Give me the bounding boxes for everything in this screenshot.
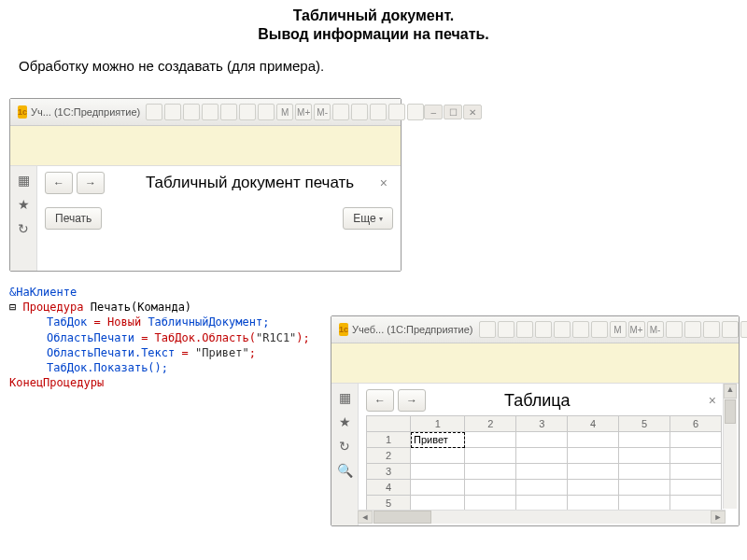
spreadsheet-grid[interactable]: 1234561Привет2345	[366, 415, 722, 511]
cell[interactable]	[670, 432, 722, 448]
cell[interactable]	[568, 464, 619, 480]
toolbar-area	[10, 126, 401, 166]
history-icon[interactable]: ↻	[336, 438, 353, 455]
toolbar-icon[interactable]	[572, 321, 589, 338]
toolbar-icon[interactable]: M	[610, 321, 627, 338]
toolbar-icon[interactable]	[220, 104, 237, 120]
toolbar-icon[interactable]	[407, 104, 424, 120]
star-icon[interactable]: ★	[336, 413, 353, 430]
toolbar-icon[interactable]	[498, 321, 514, 338]
row-header[interactable]: 3	[367, 464, 411, 480]
minimize-button[interactable]: –	[424, 105, 443, 119]
cell[interactable]	[516, 496, 568, 511]
forward-button[interactable]: →	[398, 389, 426, 412]
cell[interactable]	[568, 496, 619, 511]
cell[interactable]	[670, 464, 722, 480]
cell[interactable]	[568, 448, 619, 464]
cell[interactable]	[516, 432, 568, 448]
cell[interactable]	[619, 496, 670, 511]
toolbar-icon[interactable]	[202, 104, 218, 120]
toolbar-icon[interactable]: M	[276, 104, 293, 120]
cell[interactable]	[465, 448, 516, 464]
toolbar-icon[interactable]	[516, 321, 533, 338]
grid-icon[interactable]: ▦	[15, 172, 32, 189]
cell[interactable]	[465, 432, 516, 448]
more-button[interactable]: Еще ▾	[343, 207, 393, 230]
cell[interactable]	[411, 448, 465, 464]
star-icon[interactable]: ★	[15, 196, 32, 213]
toolbar-icon[interactable]	[164, 104, 181, 120]
toolbar-icon[interactable]	[332, 104, 349, 120]
toolbar-icon[interactable]: M+	[628, 321, 645, 338]
toolbar-icon[interactable]	[722, 321, 739, 338]
cell-selected[interactable]: Привет	[411, 432, 465, 448]
titlebar: 1c Уч... (1С:Предприятие) MM+M- – ☐ ✕	[10, 99, 401, 126]
forward-button[interactable]: →	[77, 172, 105, 194]
cell[interactable]	[670, 448, 722, 464]
slide-description: Обработку можно не создавать (для пример…	[0, 56, 747, 83]
toolbar-icon[interactable]	[239, 104, 256, 120]
print-button[interactable]: Печать	[45, 207, 102, 230]
cell[interactable]	[619, 464, 670, 480]
toolbar-icon[interactable]: M-	[314, 104, 331, 120]
toolbar-icon[interactable]	[479, 321, 496, 338]
column-header[interactable]: 6	[670, 416, 722, 432]
cell[interactable]	[670, 496, 722, 511]
vertical-scrollbar[interactable]: ▲	[723, 384, 737, 509]
toolbar-icon[interactable]	[146, 104, 162, 120]
toolbar-icon[interactable]	[370, 104, 387, 120]
column-header[interactable]: 4	[568, 416, 619, 432]
slide-subtitle: Вывод информации на печать.	[0, 26, 747, 56]
close-icon[interactable]: ×	[703, 393, 722, 408]
cell[interactable]	[465, 480, 516, 496]
cell[interactable]	[619, 448, 670, 464]
cell[interactable]	[516, 448, 568, 464]
column-header[interactable]: 3	[516, 416, 568, 432]
history-icon[interactable]: ↻	[15, 220, 32, 237]
row-header[interactable]: 4	[367, 480, 411, 496]
grid-icon[interactable]: ▦	[336, 389, 353, 406]
toolbar-icon[interactable]	[258, 104, 275, 120]
toolbar-icon[interactable]	[554, 321, 571, 338]
horizontal-scrollbar[interactable]: ◄►	[358, 510, 726, 524]
cell[interactable]	[516, 480, 568, 496]
toolbar-icon[interactable]	[183, 104, 200, 120]
cell[interactable]	[670, 480, 722, 496]
window-title: Учеб... (1С:Предприятие)	[352, 324, 472, 335]
cell[interactable]	[619, 480, 670, 496]
column-header[interactable]: 5	[619, 416, 670, 432]
window-print-dialog: 1c Уч... (1С:Предприятие) MM+M- – ☐ ✕ ▦ …	[9, 98, 402, 272]
toolbar-icon[interactable]	[740, 321, 748, 338]
toolbar-icon[interactable]	[666, 321, 683, 338]
titlebar: 1c Учеб... (1С:Предприятие) MM+M- – ☐ ✕	[331, 316, 739, 343]
toolbar-icon[interactable]	[591, 321, 608, 338]
cell[interactable]	[411, 496, 465, 511]
close-icon[interactable]: ×	[374, 175, 393, 190]
cell[interactable]	[568, 480, 619, 496]
code-block: &НаКлиенте ⊟ Процедура Печать(Команда) Т…	[9, 285, 310, 390]
back-button[interactable]: ←	[366, 389, 394, 412]
column-header[interactable]: 1	[411, 416, 465, 432]
cell[interactable]	[411, 464, 465, 480]
close-button[interactable]: ✕	[463, 105, 482, 119]
toolbar-icon[interactable]	[351, 104, 368, 120]
toolbar-icon[interactable]	[535, 321, 552, 338]
cell[interactable]	[465, 496, 516, 511]
cell[interactable]	[619, 432, 670, 448]
cell[interactable]	[516, 464, 568, 480]
cell[interactable]	[568, 432, 619, 448]
row-header[interactable]: 2	[367, 448, 411, 464]
maximize-button[interactable]: ☐	[444, 105, 462, 119]
cell[interactable]	[411, 480, 465, 496]
back-button[interactable]: ←	[45, 172, 73, 194]
column-header[interactable]: 2	[465, 416, 516, 432]
search-icon[interactable]: 🔍	[336, 462, 353, 479]
toolbar-icon[interactable]: M-	[647, 321, 664, 338]
cell[interactable]	[465, 464, 516, 480]
toolbar-icon[interactable]	[388, 104, 405, 120]
toolbar-icon[interactable]	[703, 321, 720, 338]
row-header[interactable]: 1	[367, 432, 411, 448]
toolbar-icon[interactable]	[684, 321, 701, 338]
toolbar-icon[interactable]: M+	[295, 104, 312, 120]
row-header[interactable]: 5	[367, 496, 411, 511]
